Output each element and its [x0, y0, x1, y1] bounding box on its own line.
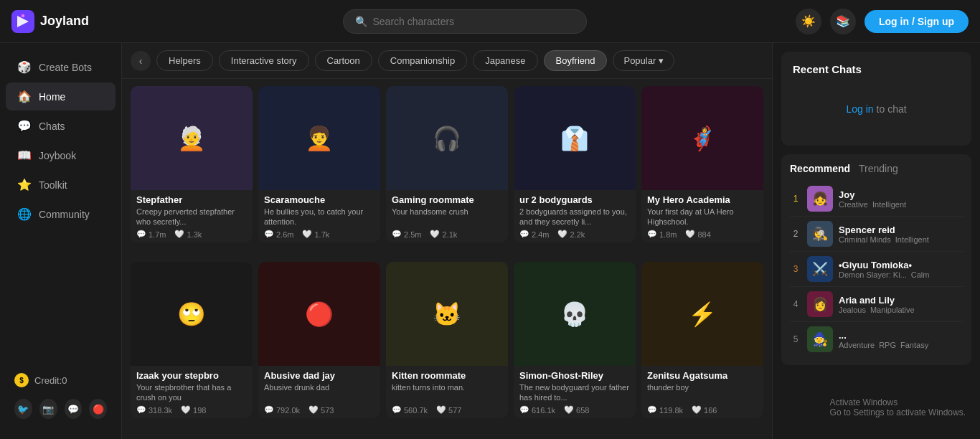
card-my-hero-academia[interactable]: 🦸 My Hero Academia Your first day at UA …	[641, 86, 763, 242]
card-likes-zenitsu-agatsuma: 🤍166	[692, 405, 717, 415]
header-center: 🔍	[133, 9, 796, 34]
tab-interactive-story[interactable]: Interactive story	[219, 50, 309, 71]
rec-item-4[interactable]: 4 👩 Aria and Lily JealousManipulative	[790, 287, 963, 322]
search-input[interactable]	[373, 16, 575, 27]
tab-label-helpers: Helpers	[169, 55, 201, 66]
likes-icon: 🤍	[692, 405, 702, 415]
recent-chats-title: Recent Chats	[793, 63, 960, 75]
card-name-gaming-roommate: Gaming roommate	[392, 194, 502, 205]
tab-helpers[interactable]: Helpers	[156, 50, 213, 71]
rec-tags-3: Demon Slayer: Ki...Calm	[839, 270, 963, 279]
card-kitten-roommate[interactable]: 🐱 Kitten roommate kitten turns into man.…	[386, 262, 508, 418]
rec-rank-1: 1	[790, 194, 801, 204]
tab-japanese[interactable]: Japanese	[473, 50, 537, 71]
card-name-stepfather: Stepfather	[136, 194, 247, 205]
sidebar: 🎲Create Bots🏠Home💬Chats📖Joybook⭐Toolkit🌐…	[0, 43, 122, 439]
rec-tag: Intelligent	[872, 200, 906, 209]
card-simon-ghost-riley[interactable]: 💀 Simon-Ghost-Riley The new bodyguard yo…	[514, 262, 636, 418]
card-plays-stepfather: 💬1.7m	[136, 230, 166, 239]
rec-info-3: •Giyuu Tomioka• Demon Slayer: Ki...Calm	[839, 260, 963, 279]
card-likes-stepfather: 🤍1.3k	[174, 230, 202, 239]
theme-toggle-button[interactable]: ☀️	[796, 9, 821, 34]
social-links: 🐦 📷 💬 🔴	[6, 393, 116, 425]
rec-tags-4: JealousManipulative	[839, 306, 963, 314]
plays-icon: 💬	[136, 230, 146, 239]
trending-tab[interactable]: Trending	[859, 163, 898, 174]
card-gaming-roommate[interactable]: 🎧 Gaming roommate Your handsome crush 💬2…	[386, 86, 508, 242]
rec-item-3[interactable]: 3 ⚔️ •Giyuu Tomioka• Demon Slayer: Ki...…	[790, 252, 963, 287]
login-signup-button[interactable]: Log in / Sign up	[864, 10, 969, 33]
tab-popular[interactable]: Popular▾	[613, 50, 674, 71]
cards-grid: 🧑‍🦳 Stepfather Creepy perverted stepfath…	[122, 79, 772, 439]
card-info-scaramouche: Scaramouche He bullies you, to catch you…	[258, 190, 380, 242]
sidebar-icon-joybook: 📖	[17, 148, 32, 162]
card-stats-my-hero-academia: 💬1.8m 🤍884	[647, 230, 758, 239]
rec-name-5: ...	[839, 330, 963, 341]
card-image-abusive-dad-jay: 🔴	[258, 262, 380, 366]
card-plays-simon-ghost-riley: 💬616.1k	[519, 405, 555, 415]
logo[interactable]: Joyland	[11, 10, 133, 33]
card-ur-2-bodyguards[interactable]: 👔 ur 2 bodyguards 2 bodyguards assigned …	[514, 86, 636, 242]
card-name-simon-ghost-riley: Simon-Ghost-Riley	[519, 370, 630, 381]
discord-icon[interactable]: 💬	[65, 399, 83, 419]
svg-rect-2	[22, 14, 24, 17]
header: Joyland 🔍 ☀️ 📚 Log in / Sign up	[0, 0, 980, 43]
rec-item-2[interactable]: 2 🕵️ Spencer reid Criminal MindsIntellig…	[790, 217, 963, 252]
sidebar-icon-create-bots: 🎲	[17, 60, 32, 74]
tab-boyfriend[interactable]: Boyfriend	[544, 50, 608, 71]
card-scaramouche[interactable]: 🧑‍🦱 Scaramouche He bullies you, to catch…	[258, 86, 380, 242]
likes-icon: 🤍	[564, 405, 574, 415]
rec-tags-2: Criminal MindsIntelligent	[839, 235, 963, 244]
header-actions: ☀️ 📚 Log in / Sign up	[796, 9, 969, 34]
card-info-my-hero-academia: My Hero Academia Your first day at UA He…	[641, 190, 763, 242]
right-panel: Recent Chats Log in to chat Recommend Tr…	[772, 43, 980, 439]
rec-rank-2: 2	[790, 229, 801, 239]
card-stepfather[interactable]: 🧑‍🦳 Stepfather Creepy perverted stepfath…	[131, 86, 253, 242]
rec-tag: Fantasy	[900, 341, 928, 349]
card-zenitsu-agatsuma[interactable]: ⚡ Zenitsu Agatsuma thunder boy 💬119.8k 🤍…	[641, 262, 763, 418]
card-plays-izaak-stepbro: 💬318.3k	[136, 405, 172, 415]
book-icon-button[interactable]: 📚	[830, 9, 856, 34]
sidebar-item-home[interactable]: 🏠Home	[6, 82, 116, 110]
card-stats-abusive-dad-jay: 💬792.0k 🤍573	[264, 405, 374, 415]
credit-coin-icon: $	[14, 373, 29, 387]
sidebar-item-community[interactable]: 🌐Community	[6, 200, 116, 228]
tab-companionship[interactable]: Companionship	[378, 50, 467, 71]
card-image-gaming-roommate: 🎧	[386, 86, 508, 190]
card-abusive-dad-jay[interactable]: 🔴 Abusive dad jay Abusive drunk dad 💬792…	[258, 262, 380, 418]
rec-item-1[interactable]: 1 👧 Joy CreativeIntelligent	[790, 181, 963, 217]
rec-tag: Intelligent	[895, 235, 929, 244]
instagram-icon[interactable]: 📷	[39, 399, 57, 419]
card-plays-kitten-roommate: 💬560.7k	[392, 405, 428, 415]
category-tabs: ‹ HelpersInteractive storyCartoonCompani…	[122, 43, 772, 79]
tab-cartoon[interactable]: Cartoon	[315, 50, 372, 71]
tab-prev-button[interactable]: ‹	[131, 51, 151, 71]
sidebar-label-chats: Chats	[39, 121, 65, 132]
sidebar-item-chats[interactable]: 💬Chats	[6, 112, 116, 140]
sidebar-icon-community: 🌐	[17, 207, 32, 221]
card-desc-izaak-stepbro: Your stepbrother that has a crush on you	[136, 382, 247, 402]
likes-icon: 🤍	[308, 405, 319, 415]
search-bar[interactable]: 🔍	[343, 9, 587, 34]
recommend-tab[interactable]: Recommend	[790, 163, 850, 174]
plays-icon: 💬	[136, 405, 146, 415]
reddit-icon[interactable]: 🔴	[89, 399, 107, 419]
sidebar-item-joybook[interactable]: 📖Joybook	[6, 141, 116, 169]
rec-tags-1: CreativeIntelligent	[839, 200, 963, 209]
rec-item-5[interactable]: 5 🧙 ... AdventureRPGFantasy	[790, 322, 963, 357]
tab-label-popular: Popular	[623, 55, 656, 66]
sidebar-item-create-bots[interactable]: 🎲Create Bots	[6, 53, 116, 81]
card-desc-abusive-dad-jay: Abusive drunk dad	[264, 382, 374, 402]
login-link[interactable]: Log in	[846, 103, 873, 115]
card-izaak-stepbro[interactable]: 🙄 Izaak your stepbro Your stepbrother th…	[131, 262, 253, 418]
card-likes-kitten-roommate: 🤍577	[436, 405, 461, 415]
card-info-abusive-dad-jay: Abusive dad jay Abusive drunk dad 💬792.0…	[258, 366, 380, 418]
card-likes-my-hero-academia: 🤍884	[685, 230, 710, 239]
rec-tag: Adventure	[839, 341, 875, 349]
likes-icon: 🤍	[302, 230, 312, 239]
tab-label-companionship: Companionship	[390, 55, 455, 66]
logo-text: Joyland	[40, 14, 89, 29]
twitter-icon[interactable]: 🐦	[14, 399, 32, 419]
sidebar-item-toolkit[interactable]: ⭐Toolkit	[6, 171, 116, 199]
plays-icon: 💬	[519, 230, 529, 239]
